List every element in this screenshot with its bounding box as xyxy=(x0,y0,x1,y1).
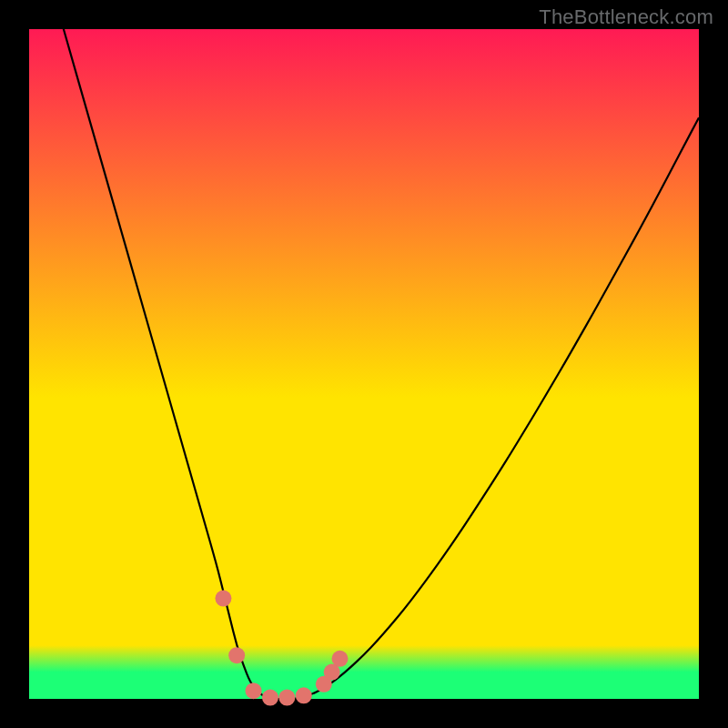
chart-stage: TheBottleneck.com xyxy=(0,0,728,728)
marker-left-lower xyxy=(228,647,245,663)
marker-min-3 xyxy=(278,690,295,706)
plot-area xyxy=(29,29,699,699)
chart-svg xyxy=(29,29,699,699)
marker-min-4 xyxy=(296,687,312,703)
marker-min-1 xyxy=(246,682,262,699)
marker-min-2 xyxy=(262,690,278,706)
bottleneck-curve xyxy=(29,0,699,699)
marker-right-upper xyxy=(332,651,349,667)
marker-left-upper xyxy=(215,591,231,607)
watermark-text: TheBottleneck.com xyxy=(539,5,713,29)
